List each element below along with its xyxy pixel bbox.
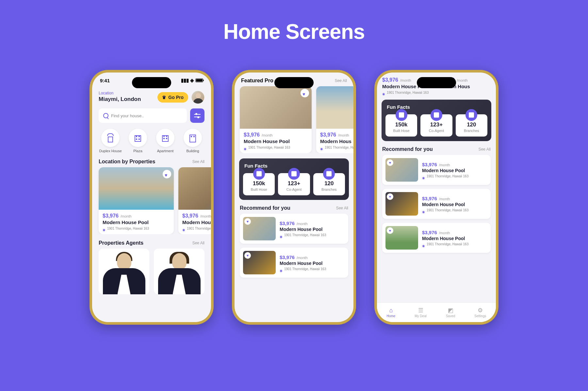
recommend-item[interactable]: $3,976/month Modern House Pool 1901 Thor… [382, 155, 491, 185]
category-plaza[interactable]: Plaza [126, 129, 150, 153]
category-label: Plaza [133, 149, 142, 153]
go-pro-button[interactable]: ♛ Go Pro [157, 92, 188, 103]
property-card[interactable]: $3,976/month Modern Hous 1901 Thornridge… [316, 86, 353, 153]
property-image [385, 192, 418, 216]
favorite-button[interactable] [387, 193, 393, 200]
per-month: /month [338, 133, 349, 137]
bottom-nav: ⌂Home ☰My Deal ◩Saved ⚙Settings [377, 302, 496, 322]
agent-card[interactable] [99, 249, 149, 294]
agent-card[interactable] [154, 249, 204, 294]
built-house-icon [253, 168, 265, 180]
price: $3,976 [422, 196, 437, 201]
favorite-button[interactable] [163, 170, 171, 178]
property-title: Modern House Pool [280, 227, 345, 232]
property-address: 1901 Thornridge, Hawaii 163 [248, 146, 290, 149]
property-card[interactable]: $3,976/month Modern House Pool 1901 Thor… [99, 167, 174, 234]
property-image [243, 251, 276, 274]
fun-fact-value: 123+ [279, 180, 308, 187]
favorite-button[interactable] [244, 218, 251, 225]
per-month: /month [121, 214, 132, 218]
fun-fact-card: 120Branches [456, 114, 487, 137]
property-card[interactable]: $3,976/month Modern House Pool 1901 Thor… [240, 86, 312, 153]
price: $3,976 [280, 254, 295, 260]
favorite-button[interactable] [387, 159, 393, 166]
category-building[interactable]: Building [181, 129, 204, 153]
see-all-link[interactable]: See All [335, 78, 347, 83]
settings-icon: ⚙ [477, 307, 483, 314]
property-address: 1901 Thornridge, Hawaii 163 [325, 146, 353, 149]
see-all-link[interactable]: See All [192, 241, 204, 245]
built-house-icon [396, 109, 407, 121]
see-all-link[interactable]: See All [479, 147, 491, 152]
branches-icon [323, 168, 335, 180]
price: $3,976 [244, 132, 260, 138]
property-title: Modern Hous [182, 220, 211, 225]
location-value[interactable]: Miaymi, London [99, 96, 141, 103]
pin-icon [244, 145, 247, 149]
deal-icon: ☰ [417, 307, 424, 314]
nav-label: Settings [474, 314, 486, 318]
property-address: 1901 Thornridge, Hawaii 163 [107, 227, 149, 230]
fun-fact-value: 150k [244, 180, 273, 187]
battery-icon [195, 78, 203, 82]
per-month: /month [297, 256, 308, 260]
category-duplex-house[interactable]: Duplex House [99, 129, 122, 153]
fun-fact-value: 150k [387, 122, 416, 128]
per-month: /month [200, 214, 211, 218]
avatar-button[interactable] [191, 91, 204, 104]
see-all-link[interactable]: See All [336, 206, 348, 210]
notch-icon [417, 77, 456, 88]
page-title: Home Screens [0, 0, 588, 44]
see-all-link[interactable]: See All [192, 159, 204, 164]
price: $3,976 [422, 230, 437, 235]
pin-icon [103, 226, 106, 230]
property-title: Modern House Pool [422, 168, 487, 173]
per-month: /month [262, 133, 273, 137]
section-title: Featured Pro [241, 78, 273, 84]
category-apartment[interactable]: Apartment [154, 129, 177, 153]
filter-button[interactable] [190, 108, 204, 123]
nav-home[interactable]: ⌂Home [387, 307, 396, 318]
section-title: Recommend for you [240, 205, 290, 211]
recommend-item[interactable]: $3,976/month Modern House Pool 1901 Thor… [382, 189, 491, 219]
nav-saved[interactable]: ◩Saved [446, 307, 455, 318]
property-address: 1901 Thornridge, Hawaii 163 [427, 242, 468, 246]
per-month: /month [439, 231, 450, 235]
recommend-item[interactable]: $3,976/month Modern House Pool 1901 Thor… [240, 248, 348, 278]
go-pro-label: Go Pro [168, 95, 184, 100]
property-image [240, 86, 312, 129]
favorite-button[interactable] [244, 252, 251, 259]
category-label: Building [186, 149, 199, 153]
status-time: 9:41 [100, 78, 110, 83]
building-icon [188, 133, 197, 142]
crown-icon: ♛ [162, 95, 166, 100]
signal-icon: ▮▮▮ [181, 77, 189, 83]
favorite-button[interactable] [387, 227, 393, 234]
pin-icon [382, 90, 385, 94]
pin-icon [422, 208, 425, 212]
nav-label: My Deal [415, 314, 427, 318]
favorite-button[interactable] [301, 89, 309, 97]
nav-settings[interactable]: ⚙Settings [474, 307, 486, 318]
property-title: Modern House Pool [244, 138, 308, 144]
property-image [243, 217, 276, 240]
recommend-item[interactable]: $3,976/month Modern House Pool 1901 Thor… [382, 223, 491, 253]
price: $3,976 [382, 77, 398, 83]
property-image [99, 167, 174, 210]
property-address: 1901 Thornridge, Hawaii 163 [187, 227, 211, 230]
search-input[interactable]: Find your house.. [99, 108, 187, 123]
fun-fact-card: 150kBuilt Hose [385, 114, 417, 137]
wifi-icon: ◈ [190, 77, 194, 83]
plaza-icon [133, 133, 142, 142]
location-label: Location [99, 91, 141, 95]
nav-my-deal[interactable]: ☰My Deal [415, 307, 427, 318]
fun-fact-card: 120Branches [313, 173, 345, 195]
recommend-item[interactable]: $3,976/month Modern House Pool 1901 Thor… [240, 214, 348, 244]
property-address: 1901 Thornridge, Hawaii 163 [427, 208, 468, 212]
property-address: 1901 Thornridge, Hawaii 163 [387, 91, 429, 94]
property-address: 1901 Thornridge, Hawaii 163 [284, 233, 326, 237]
section-title: Location by Properties [99, 159, 155, 165]
property-card[interactable]: $3,976/month Modern Hous 1901 Thornridge… [178, 167, 211, 234]
price: $3,976 [422, 162, 437, 167]
fun-fact-label: Co-Agent [279, 187, 308, 191]
